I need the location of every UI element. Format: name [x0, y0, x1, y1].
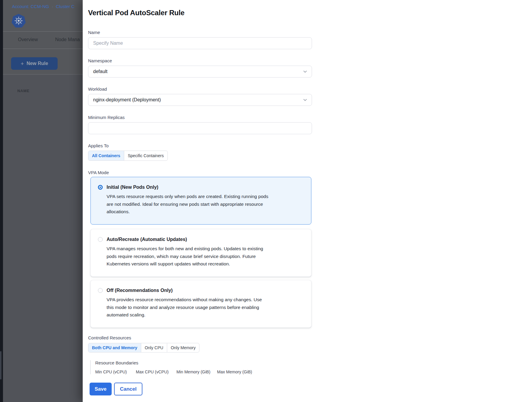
save-button[interactable]: Save	[90, 383, 112, 395]
min-replicas-input[interactable]	[88, 122, 312, 134]
workload-select[interactable]: nginx-deployment (Deployment)	[88, 94, 312, 106]
breadcrumb: Account: CCM-NG › Cluster C	[12, 4, 74, 9]
segment-only-memory[interactable]: Only Memory	[167, 343, 199, 352]
new-rule-button[interactable]: + New Rule	[11, 57, 58, 70]
vpa-mode-option-description: VPA sets resource requests only when pod…	[107, 193, 270, 216]
column-max-memory: Max Memory (GiB)	[217, 369, 258, 374]
controlled-resources-group: Controlled Resources Both CPU and Memory…	[88, 335, 312, 352]
radio-unselected-icon[interactable]	[98, 237, 103, 242]
segment-both-cpu-memory[interactable]: Both CPU and Memory	[88, 343, 141, 352]
column-min-cpu: Min CPU (vCPU)	[95, 369, 136, 374]
name-input[interactable]	[88, 37, 312, 49]
vpa-mode-card-initial[interactable]: Initial (New Pods Only) VPA sets resourc…	[90, 177, 311, 225]
controlled-resources-segmented-control: Both CPU and Memory Only CPU Only Memory	[88, 343, 199, 352]
chevron-down-icon	[303, 69, 307, 74]
new-rule-button-label: New Rule	[27, 61, 48, 66]
vpa-rule-drawer: Vertical Pod AutoScaler Rule Name Namesp…	[83, 0, 532, 402]
vpa-card-header: Off (Recommendations Only)	[98, 288, 304, 293]
column-min-memory: Min Memory (GiB)	[176, 369, 217, 374]
resource-boundaries-section: Resource Boundaries Min CPU (vCPU) Max C…	[90, 360, 532, 374]
namespace-field-group: Namespace default	[88, 58, 312, 78]
applies-to-group: Applies To All Containers Specific Conta…	[88, 143, 312, 161]
namespace-select-value: default	[93, 69, 107, 74]
vpa-card-header: Auto/Recreate (Automatic Updates)	[98, 237, 304, 242]
namespace-select[interactable]: default	[88, 66, 312, 78]
name-field-group: Name	[88, 30, 312, 49]
chevron-down-icon	[303, 98, 307, 102]
left-edge-rail-patch	[0, 351, 1, 379]
plus-icon: +	[21, 61, 24, 67]
vpa-mode-option-title: Off (Recommendations Only)	[107, 288, 173, 293]
segment-specific-containers[interactable]: Specific Containers	[124, 151, 167, 160]
left-edge-rail	[0, 0, 3, 402]
workload-field-group: Workload nginx-deployment (Deployment)	[88, 86, 312, 106]
vpa-mode-card-auto-recreate[interactable]: Auto/Recreate (Automatic Updates) VPA ma…	[90, 229, 311, 277]
resource-boundaries-columns: Min CPU (vCPU) Max CPU (vCPU) Min Memory…	[95, 369, 532, 374]
kubernetes-logo-icon	[11, 14, 26, 28]
segment-only-cpu[interactable]: Only CPU	[141, 343, 167, 352]
tab-node-management[interactable]: Node Mana	[55, 37, 80, 42]
radio-unselected-icon[interactable]	[98, 288, 103, 293]
radio-selected-icon[interactable]	[98, 185, 103, 190]
min-replicas-label: Minimum Replicas	[88, 115, 312, 120]
vpa-mode-group: VPA Mode Initial (New Pods Only) VPA set…	[88, 170, 312, 328]
name-label: Name	[88, 30, 312, 35]
breadcrumb-account-link[interactable]: Account: CCM-NG	[12, 4, 49, 9]
cancel-button[interactable]: Cancel	[114, 383, 143, 395]
applies-to-segmented-control: All Containers Specific Containers	[88, 151, 168, 161]
min-replicas-field-group: Minimum Replicas	[88, 115, 312, 134]
workload-select-value: nginx-deployment (Deployment)	[93, 97, 161, 103]
drawer-title: Vertical Pod AutoScaler Rule	[88, 8, 532, 17]
workload-label: Workload	[88, 86, 312, 92]
vpa-card-header: Initial (New Pods Only)	[98, 185, 304, 190]
table-column-header-name: NAME	[17, 89, 30, 93]
column-max-cpu: Max CPU (vCPU)	[136, 369, 176, 374]
breadcrumb-separator-icon: ›	[52, 4, 53, 9]
applies-to-label: Applies To	[88, 143, 312, 149]
vpa-mode-option-description: VPA manages resources for both new and e…	[107, 245, 270, 268]
vpa-mode-option-title: Initial (New Pods Only)	[107, 185, 158, 190]
controlled-resources-label: Controlled Resources	[88, 335, 312, 341]
breadcrumb-cluster-link[interactable]: Cluster C	[56, 4, 75, 9]
segment-all-containers[interactable]: All Containers	[88, 151, 124, 160]
resource-boundaries-label: Resource Boundaries	[95, 360, 532, 366]
drawer-footer: Save Cancel	[90, 383, 142, 395]
tab-overview[interactable]: Overview	[18, 37, 38, 42]
vpa-mode-label: VPA Mode	[88, 170, 312, 175]
namespace-label: Namespace	[88, 58, 312, 64]
vpa-mode-options: Initial (New Pods Only) VPA sets resourc…	[88, 177, 312, 328]
vpa-mode-option-title: Auto/Recreate (Automatic Updates)	[107, 237, 187, 242]
drawer-scroll-area[interactable]: Vertical Pod AutoScaler Rule Name Namesp…	[83, 0, 532, 374]
vpa-mode-option-description: VPA provides resource recommendations wi…	[107, 296, 270, 319]
vpa-mode-card-off[interactable]: Off (Recommendations Only) VPA provides …	[90, 280, 311, 328]
app-root: Account: CCM-NG › Cluster C Overview Nod…	[0, 0, 532, 402]
page-tabs: Overview Node Mana	[18, 37, 80, 42]
